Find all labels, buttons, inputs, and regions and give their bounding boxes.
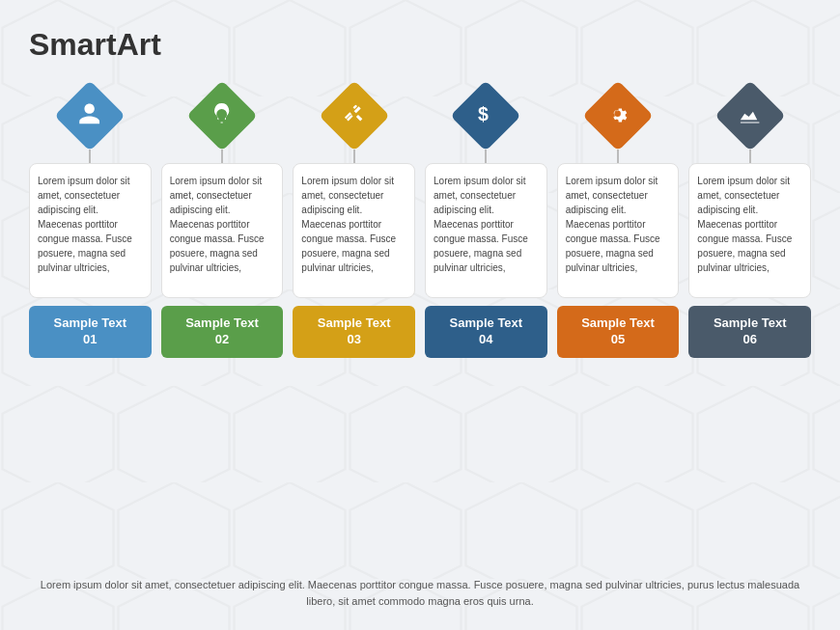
text-card-1: Lorem ipsum dolor sit amet, consectetuer… [29, 163, 152, 298]
connector-1 [89, 150, 91, 163]
connector-5 [617, 150, 619, 163]
label-btn-2[interactable]: Sample Text02 [161, 306, 284, 358]
handshake-icon [342, 101, 367, 131]
dollar-icon: $ [473, 101, 498, 131]
page: SmartArt Lorem ipsum dolor sit amet, con… [0, 0, 840, 630]
text-card-4: Lorem ipsum dolor sit amet, consectetuer… [425, 163, 547, 298]
chart-icon [738, 101, 763, 131]
diamond-wrapper-2 [188, 82, 256, 150]
label-btn-6[interactable]: Sample Text06 [688, 306, 811, 358]
diamond-wrapper-3 [321, 82, 388, 150]
footer-text: Lorem ipsum dolor sit amet, consectetuer… [29, 577, 811, 611]
connector-2 [221, 150, 223, 163]
bulb-icon [210, 101, 235, 131]
diamond-wrapper-5 [584, 82, 652, 150]
text-card-3: Lorem ipsum dolor sit amet, consectetuer… [293, 163, 415, 298]
label-btn-1[interactable]: Sample Text01 [29, 306, 152, 358]
diamond-2 [186, 80, 258, 151]
column-4: $ Lorem ipsum dolor sit amet, consectetu… [425, 82, 547, 358]
diamond-1 [55, 80, 126, 151]
connector-6 [749, 150, 751, 163]
diamond-wrapper-4: $ [452, 82, 519, 150]
connector-3 [353, 150, 355, 163]
diamond-wrapper-1 [56, 82, 124, 150]
diamond-4: $ [451, 80, 522, 151]
label-btn-5[interactable]: Sample Text05 [557, 306, 680, 358]
text-card-6: Lorem ipsum dolor sit amet, consectetuer… [688, 163, 811, 298]
diamond-3 [319, 80, 390, 151]
text-card-5: Lorem ipsum dolor sit amet, consectetuer… [557, 163, 680, 298]
svg-text:$: $ [479, 103, 490, 124]
column-3: Lorem ipsum dolor sit amet, consectetuer… [293, 82, 415, 358]
text-card-2: Lorem ipsum dolor sit amet, consectetuer… [161, 163, 284, 298]
column-2: Lorem ipsum dolor sit amet, consectetuer… [161, 82, 284, 358]
diamond-5 [582, 80, 654, 151]
column-6: Lorem ipsum dolor sit amet, consectetuer… [688, 82, 811, 358]
label-btn-3[interactable]: Sample Text03 [293, 306, 415, 358]
column-5: Lorem ipsum dolor sit amet, consectetuer… [557, 82, 680, 358]
column-1: Lorem ipsum dolor sit amet, consectetuer… [29, 82, 152, 358]
main-content: Lorem ipsum dolor sit amet, consectetuer… [29, 82, 811, 565]
page-title: SmartArt [29, 27, 811, 63]
gear-icon [605, 101, 630, 131]
connector-4 [485, 150, 487, 163]
diamond-wrapper-6 [716, 82, 784, 150]
label-btn-4[interactable]: Sample Text04 [425, 306, 547, 358]
person-icon [77, 101, 102, 131]
diamond-6 [714, 80, 786, 151]
